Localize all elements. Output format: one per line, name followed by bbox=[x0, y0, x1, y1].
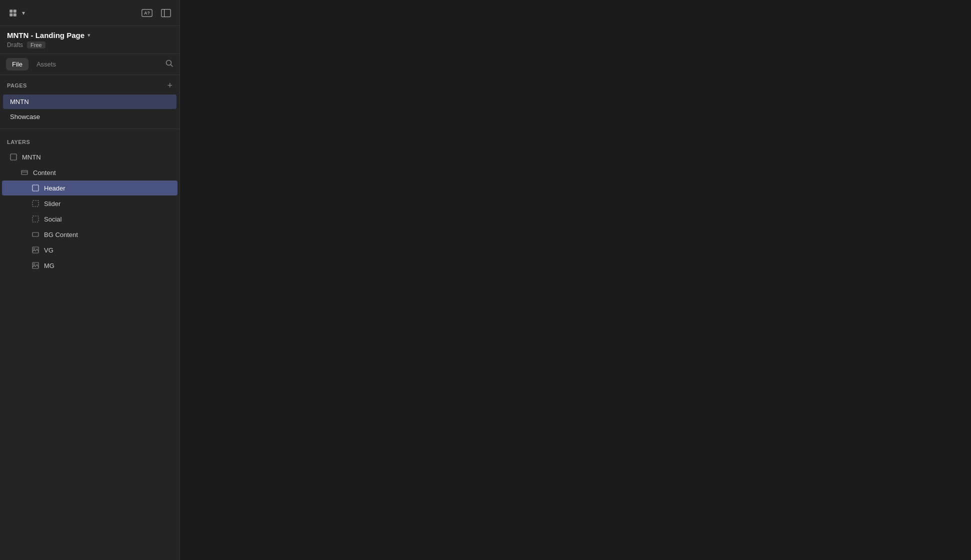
svg-rect-21 bbox=[32, 185, 38, 191]
file-meta: Drafts Free bbox=[7, 42, 172, 48]
frame-icon bbox=[9, 152, 18, 162]
canvas-area[interactable] bbox=[180, 0, 971, 560]
topbar-left: ▾ bbox=[6, 6, 25, 20]
page-item-showcase[interactable]: Showcase bbox=[3, 110, 176, 124]
svg-rect-0 bbox=[10, 10, 12, 12]
sidebar: ▾ A? MNTN - Landing Page ▾ Drafts bbox=[0, 0, 180, 560]
layer-label-mg: MG bbox=[44, 262, 54, 270]
file-title: MNTN - Landing Page bbox=[7, 31, 84, 40]
component-dashed-icon-slider bbox=[31, 199, 40, 208]
rectangle-icon bbox=[31, 230, 40, 239]
image-icon-mg bbox=[31, 261, 40, 270]
svg-rect-3 bbox=[14, 13, 16, 16]
image-icon-vg bbox=[31, 246, 40, 254]
svg-rect-6 bbox=[162, 9, 170, 16]
layer-label-bg-content: BG Content bbox=[44, 231, 78, 238]
layer-item-header[interactable]: Header bbox=[2, 180, 178, 196]
svg-rect-32 bbox=[32, 232, 38, 236]
search-button[interactable] bbox=[166, 60, 174, 70]
layer-item-content[interactable]: Content bbox=[2, 165, 178, 180]
layer-item-vg[interactable]: VG bbox=[2, 242, 178, 258]
svg-point-34 bbox=[34, 248, 35, 250]
pages-section-header: Pages + bbox=[0, 75, 180, 94]
file-title-row: MNTN - Landing Page ▾ bbox=[7, 31, 172, 40]
panels-toggle-button[interactable] bbox=[158, 6, 174, 20]
svg-point-36 bbox=[34, 264, 35, 265]
svg-text:A?: A? bbox=[144, 10, 150, 16]
layer-item-bg-content[interactable]: BG Content bbox=[2, 227, 178, 242]
svg-line-9 bbox=[171, 64, 173, 66]
layer-label-slider: Slider bbox=[44, 200, 60, 208]
file-location: Drafts bbox=[7, 42, 23, 48]
topbar: ▾ A? bbox=[0, 0, 180, 26]
pages-layers-divider bbox=[0, 128, 180, 129]
tab-assets[interactable]: Assets bbox=[30, 58, 62, 70]
layer-label-social: Social bbox=[44, 216, 62, 223]
page-item-mntn[interactable]: MNTN bbox=[3, 94, 176, 109]
layers-section: Layers MNTN bbox=[0, 133, 180, 560]
svg-rect-19 bbox=[22, 170, 28, 174]
free-badge: Free bbox=[27, 42, 46, 48]
file-title-chevron-icon[interactable]: ▾ bbox=[88, 32, 90, 38]
svg-rect-2 bbox=[10, 13, 12, 16]
layer-label-mntn: MNTN bbox=[22, 154, 41, 161]
layer-label-vg: VG bbox=[44, 246, 54, 254]
layer-label-content: Content bbox=[33, 169, 56, 176]
tabs-bar: File Assets bbox=[0, 54, 180, 75]
pages-list: MNTN Showcase bbox=[0, 94, 180, 124]
svg-rect-31 bbox=[32, 216, 38, 222]
layer-item-mg[interactable]: MG bbox=[2, 258, 178, 273]
section-icon bbox=[20, 168, 29, 177]
layers-section-title: Layers bbox=[7, 139, 30, 145]
pages-section-title: Pages bbox=[7, 82, 27, 88]
tab-file[interactable]: File bbox=[6, 58, 28, 70]
add-page-button[interactable]: + bbox=[167, 81, 172, 90]
svg-rect-10 bbox=[10, 154, 16, 160]
logo-chevron-icon[interactable]: ▾ bbox=[22, 10, 25, 16]
layer-item-slider[interactable]: Slider bbox=[2, 196, 178, 211]
layer-item-social[interactable]: Social bbox=[2, 212, 178, 226]
layer-item-mntn[interactable]: MNTN bbox=[2, 150, 178, 164]
layer-label-header: Header bbox=[44, 184, 66, 192]
layers-section-header: Layers bbox=[0, 133, 180, 149]
frame-icon-header bbox=[31, 184, 40, 192]
svg-rect-30 bbox=[32, 200, 38, 206]
figma-logo-icon[interactable] bbox=[6, 6, 20, 20]
component-dashed-icon-social bbox=[31, 214, 40, 224]
topbar-right: A? bbox=[140, 6, 174, 20]
inspect-toggle-button[interactable]: A? bbox=[140, 6, 154, 20]
file-info: MNTN - Landing Page ▾ Drafts Free bbox=[0, 26, 180, 54]
svg-rect-1 bbox=[14, 10, 16, 12]
